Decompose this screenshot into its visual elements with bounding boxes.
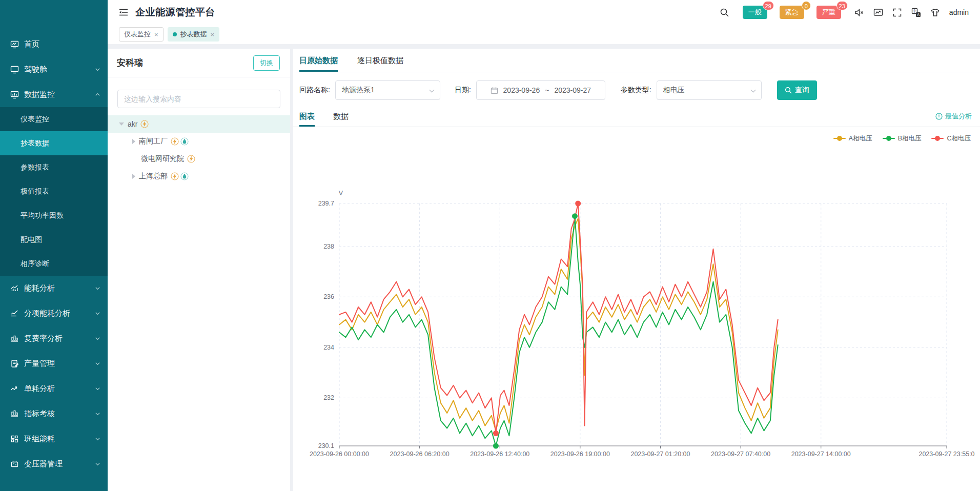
extreme-analysis-label: 最值分析 <box>945 112 972 121</box>
extreme-analysis-link[interactable]: 最值分析 <box>935 106 972 127</box>
caret-right-icon[interactable] <box>132 174 135 179</box>
sidebar-item-kpi-assessment[interactable]: 指标考核 <box>0 401 108 426</box>
sidebar-item-home[interactable]: 首页 <box>0 32 108 57</box>
screen-monitor-icon[interactable] <box>873 8 883 17</box>
tag-bar: 仪表监控 × 抄表数据 × <box>108 25 980 44</box>
sidebar-item-transformer-management[interactable]: 变压器管理 <box>0 452 108 477</box>
sidebar-item-cockpit[interactable]: 驾驶舱 <box>0 57 108 82</box>
alarm-label: 一般 <box>748 8 762 16</box>
caret-down-icon[interactable] <box>119 122 124 126</box>
svg-text:2023-09-27 07:40:00: 2023-09-27 07:40:00 <box>711 451 770 458</box>
language-translate-icon[interactable]: 中A <box>911 8 921 17</box>
chart-data-tabs: 图表 数据 最值分析 <box>293 106 980 127</box>
legend-item-phase-b[interactable]: B相电压 <box>883 134 922 143</box>
tree-node-microgrid-institute[interactable]: 微电网研究院 <box>108 150 290 168</box>
tab-daily-extreme-data[interactable]: 逐日极值数据 <box>357 49 403 72</box>
alarm-badges: 一般 29 紧急 0 严重 23 <box>743 6 841 19</box>
sidebar-item-label: 驾驶舱 <box>24 65 95 74</box>
legend-item-phase-a[interactable]: A相电压 <box>833 134 872 143</box>
alarm-general-badge[interactable]: 一般 29 <box>743 6 767 19</box>
sidebar: 首页 驾驶舱 数据监控 仪表监控 抄表数据 参数报表 极值报表 <box>0 0 108 491</box>
close-icon[interactable]: × <box>154 31 158 38</box>
date-end-value: 2023-09-27 <box>554 86 591 94</box>
chevron-down-icon <box>428 88 435 94</box>
query-button[interactable]: 查询 <box>777 80 817 100</box>
sidebar-item-sub-energy-analysis[interactable]: 分项能耗分析 <box>0 301 108 326</box>
theme-shirt-icon[interactable] <box>930 8 940 17</box>
sidebar-item-tariff-analysis[interactable]: 复费率分析 <box>0 326 108 351</box>
submenu-item-label: 相序诊断 <box>21 259 49 269</box>
device-tree: akr 南闸工厂 微电网研究院 <box>108 115 290 185</box>
submenu-item-meter-reading-data[interactable]: 抄表数据 <box>0 131 108 155</box>
search-icon[interactable] <box>720 8 729 17</box>
submenu-item-extreme-report[interactable]: 极值报表 <box>0 179 108 203</box>
panel-title: 安科瑞 <box>117 57 143 69</box>
tab-data[interactable]: 数据 <box>333 106 349 127</box>
voltage-line-chart[interactable]: 230.1232234236238239.7V2023-09-26 00:00:… <box>293 152 980 480</box>
sidebar-item-production-management[interactable]: 产量管理 <box>0 351 108 376</box>
tree-node-akr[interactable]: akr <box>108 115 290 133</box>
tree-node-label: 南闸工厂 <box>139 137 168 146</box>
submenu-item-parameter-report[interactable]: 参数报表 <box>0 155 108 179</box>
sidebar-item-label: 复费率分析 <box>24 334 95 343</box>
sidebar-item-data-monitoring[interactable]: 数据监控 <box>0 82 108 107</box>
tab-chart[interactable]: 图表 <box>299 106 315 127</box>
search-icon <box>785 87 792 94</box>
svg-text:2023-09-27 23:55:0: 2023-09-27 23:55:0 <box>918 451 974 458</box>
alarm-count-badge: 29 <box>763 1 774 10</box>
date-range-picker[interactable]: 2023-09-26 ~ 2023-09-27 <box>476 80 605 100</box>
sidebar-item-label: 指标考核 <box>24 409 95 419</box>
sidebar-nav: 首页 驾驶舱 数据监控 仪表监控 抄表数据 参数报表 极值报表 <box>0 0 108 477</box>
caret-right-icon[interactable] <box>132 139 135 144</box>
submenu-item-avg-power-factor[interactable]: 平均功率因数 <box>0 203 108 228</box>
page-title: 企业能源管控平台 <box>135 6 215 19</box>
electric-icon <box>171 137 179 146</box>
alarm-label: 紧急 <box>785 8 799 16</box>
tree-node-shanghai-hq[interactable]: 上海总部 <box>108 168 290 185</box>
svg-text:2023-09-26 12:40:00: 2023-09-26 12:40:00 <box>470 451 529 458</box>
tag-meter-reading-data[interactable]: 抄表数据 × <box>168 27 220 42</box>
chevron-down-icon <box>750 88 757 94</box>
sidebar-item-label: 班组能耗 <box>24 434 95 444</box>
alarm-urgent-badge[interactable]: 紧急 0 <box>780 6 804 19</box>
tab-daily-raw-data[interactable]: 日原始数据 <box>299 49 338 72</box>
notebook-pen-icon <box>10 359 19 368</box>
filter-row: 回路名称: 地源热泵1 日期: 2023-09-26 ~ 2023-09-27 <box>299 80 980 100</box>
alarm-count-badge: 0 <box>802 1 811 10</box>
legend-item-phase-c[interactable]: C相电压 <box>931 134 971 143</box>
fullscreen-icon[interactable] <box>892 8 902 17</box>
home-monitor-icon <box>10 40 19 49</box>
water-icon <box>180 172 189 180</box>
switch-button[interactable]: 切换 <box>253 55 280 71</box>
submenu-item-phase-sequence[interactable]: 相序诊断 <box>0 252 108 276</box>
tag-meter-monitoring[interactable]: 仪表监控 × <box>119 27 164 42</box>
submenu-item-meter-monitoring[interactable]: 仪表监控 <box>0 107 108 131</box>
sidebar-item-unit-consumption[interactable]: 单耗分析 <box>0 376 108 401</box>
param-type-select[interactable]: 相电压 <box>657 80 762 100</box>
query-button-label: 查询 <box>795 86 809 95</box>
param-type-value: 相电压 <box>663 86 685 95</box>
tree-search-input[interactable] <box>117 90 280 108</box>
sidebar-item-energy-analysis[interactable]: 能耗分析 <box>0 276 108 301</box>
electric-icon <box>171 172 179 180</box>
tree-node-label: 微电网研究院 <box>141 154 184 163</box>
svg-text:V: V <box>339 190 343 197</box>
svg-text:2023-09-27 14:00:00: 2023-09-27 14:00:00 <box>791 451 851 458</box>
circuit-select[interactable]: 地源热泵1 <box>335 80 440 100</box>
alarm-severe-badge[interactable]: 严重 23 <box>816 6 841 19</box>
username[interactable]: admin <box>949 8 969 16</box>
mute-icon[interactable] <box>854 8 864 17</box>
svg-text:232: 232 <box>323 394 334 401</box>
svg-text:A: A <box>917 13 920 16</box>
trend-chart-icon <box>10 284 19 293</box>
tree-node-nanzha-factory[interactable]: 南闸工厂 <box>108 133 290 150</box>
chevron-up-icon <box>95 92 100 97</box>
sidebar-item-team-energy[interactable]: 班组能耗 <box>0 426 108 452</box>
close-icon[interactable]: × <box>211 31 215 38</box>
submenu-item-distribution-diagram[interactable]: 配电图 <box>0 228 108 252</box>
electric-icon <box>187 155 195 163</box>
sidebar-item-label: 首页 <box>24 39 100 49</box>
cockpit-monitor-icon <box>10 65 19 74</box>
chevron-down-icon <box>95 67 100 72</box>
collapse-menu-icon[interactable] <box>119 8 128 16</box>
